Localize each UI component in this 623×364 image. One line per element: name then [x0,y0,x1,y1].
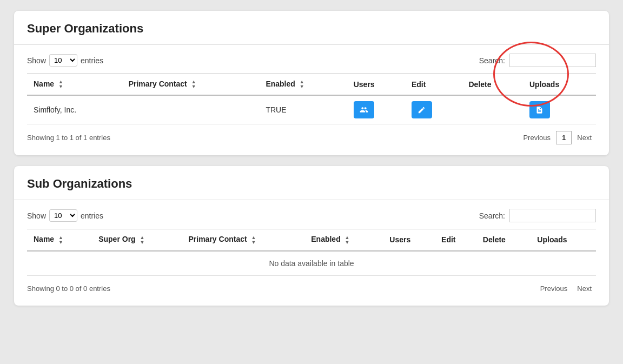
super-org-controls: Show 10 25 50 100 entries Search: [27,54,596,67]
sub-org-search-input[interactable] [509,209,596,222]
sub-col-super-org[interactable]: Super Org ▲▼ [92,229,182,251]
uploads-icon [535,106,544,114]
super-org-search-input[interactable] [509,54,596,67]
sub-org-next-button[interactable]: Next [573,282,596,295]
col-primary-contact[interactable]: Primary Contact ▲▼ [122,74,260,96]
sub-org-controls: Show 10 25 50 100 entries Search: [27,209,596,222]
sub-org-entries-select[interactable]: 10 25 50 100 [49,209,77,222]
sub-org-tbody: No data available in table [27,251,596,276]
super-org-header-row: Name ▲▼ Primary Contact ▲▼ Enabled ▲▼ Us… [27,74,596,96]
super-org-footer-text: Showing 1 to 1 of 1 entries [27,134,110,142]
col-delete: Delete [462,74,523,96]
col-uploads: Uploads [523,74,596,96]
sub-superorg-sort: ▲▼ [140,235,145,245]
super-org-search-group: Search: [479,54,596,67]
super-org-show-entries: Show 10 25 50 100 entries [27,54,103,67]
cell-name: Simflofy, Inc. [27,95,122,124]
cell-uploads [523,95,596,124]
super-org-title: Super Organizations [14,11,609,45]
sub-org-body: Show 10 25 50 100 entries Search: [14,200,609,305]
sub-col-users: Users [383,229,435,251]
sub-col-uploads: Uploads [531,229,596,251]
cell-enabled: TRUE [259,95,347,124]
edit-button[interactable] [412,101,432,118]
sub-pc-sort: ▲▼ [251,235,256,245]
sub-org-search-label: Search: [479,211,505,220]
sub-entries-label: entries [81,211,103,220]
sub-org-table: Name ▲▼ Super Org ▲▼ Primary Contact ▲▼ … [27,229,596,275]
col-edit: Edit [405,74,462,96]
enabled-sort-arrows: ▲▼ [300,80,304,89]
sub-org-header-row: Name ▲▼ Super Org ▲▼ Primary Contact ▲▼ … [27,229,596,251]
sub-no-data-row: No data available in table [27,251,596,276]
col-users: Users [347,74,405,96]
cell-users [347,95,405,124]
super-org-thead: Name ▲▼ Primary Contact ▲▼ Enabled ▲▼ Us… [27,74,596,96]
cell-primary-contact [122,95,260,124]
name-sort-arrows: ▲▼ [58,80,63,89]
sub-col-primary-contact[interactable]: Primary Contact ▲▼ [182,229,305,251]
users-icon [360,105,368,114]
users-button[interactable] [354,101,374,118]
cell-delete [462,95,523,124]
entries-label: entries [81,56,103,65]
sub-name-sort: ▲▼ [58,235,63,245]
super-org-tbody: Simflofy, Inc. TRUE [27,95,596,124]
super-org-entries-select[interactable]: 10 25 50 100 [49,54,77,67]
sub-col-name[interactable]: Name ▲▼ [27,229,92,251]
show-label: Show [27,56,46,65]
super-org-prev-button[interactable]: Previous [519,131,555,144]
sub-no-data-cell: No data available in table [27,251,596,276]
super-org-table: Name ▲▼ Primary Contact ▲▼ Enabled ▲▼ Us… [27,74,596,124]
table-row: Simflofy, Inc. TRUE [27,95,596,124]
uploads-header-label: Uploads [529,80,559,89]
super-org-body: Show 10 25 50 100 entries Search: [14,45,609,155]
cell-edit [405,95,462,124]
sub-org-prev-button[interactable]: Previous [536,282,572,295]
col-enabled[interactable]: Enabled ▲▼ [259,74,347,96]
sub-org-show-entries: Show 10 25 50 100 entries [27,209,103,222]
super-org-search-label: Search: [479,56,505,65]
pc-sort-arrows: ▲▼ [191,80,196,89]
sub-col-enabled[interactable]: Enabled ▲▼ [304,229,383,251]
super-org-footer: Showing 1 to 1 of 1 entries Previous 1 N… [27,131,596,144]
super-org-pagination: Previous 1 Next [519,131,596,144]
sub-org-footer-text: Showing 0 to 0 of 0 entries [27,284,110,293]
super-org-card: Super Organizations Show 10 25 50 100 en… [14,11,609,155]
sub-col-delete: Delete [476,229,531,251]
sub-org-pagination: Previous Next [536,282,596,295]
uploads-button[interactable] [529,101,550,118]
sub-org-search-group: Search: [479,209,596,222]
sub-org-thead: Name ▲▼ Super Org ▲▼ Primary Contact ▲▼ … [27,229,596,251]
sub-org-title: Sub Organizations [14,166,609,200]
col-name[interactable]: Name ▲▼ [27,74,122,96]
super-org-page-1[interactable]: 1 [556,131,572,144]
sub-col-edit: Edit [435,229,476,251]
sub-org-footer: Showing 0 to 0 of 0 entries Previous Nex… [27,282,596,295]
sub-enabled-sort: ▲▼ [345,235,350,245]
sub-show-label: Show [27,211,46,220]
page-wrapper: Super Organizations Show 10 25 50 100 en… [14,11,609,306]
edit-icon [417,106,426,114]
sub-org-card: Sub Organizations Show 10 25 50 100 entr… [14,166,609,305]
super-org-next-button[interactable]: Next [573,131,596,144]
